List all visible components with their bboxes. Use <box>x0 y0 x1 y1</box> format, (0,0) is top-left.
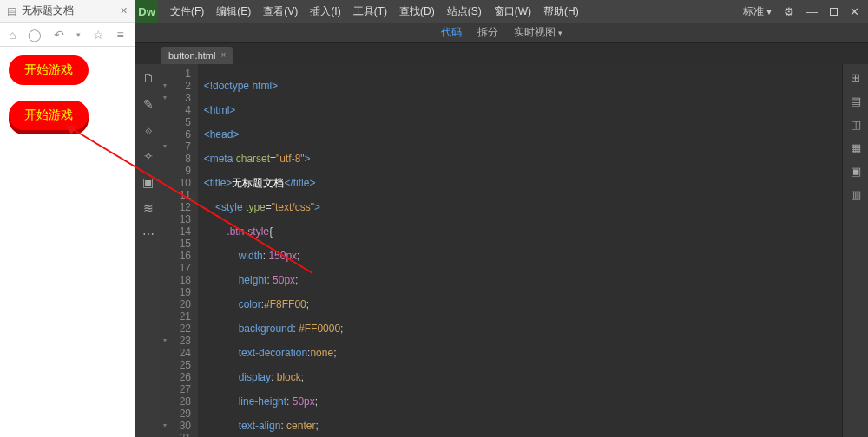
left-toolbar: 🗋 ✎ ⟐ ✧ ▣ ≋ ⋯ <box>135 64 161 437</box>
panel-icon[interactable]: ◫ <box>851 118 861 131</box>
workspace-switcher[interactable]: 标准 ▾ <box>743 4 772 19</box>
panel-icon[interactable]: ▣ <box>851 165 861 178</box>
title-bar-right: 标准 ▾ ⚙ — ✕ <box>743 4 868 19</box>
chevron-down-icon[interactable]: ▾ <box>76 30 81 39</box>
document-icon: ▤ <box>7 5 16 17</box>
code-editor[interactable]: 1234567891011121314151617181920212223242… <box>161 64 842 437</box>
menu-file[interactable]: 文件(F) <box>170 4 204 19</box>
layers-icon[interactable]: ≋ <box>143 201 154 215</box>
right-panel-icons: ⊞ ▤ ◫ ▦ ▣ ▥ <box>842 64 868 437</box>
menu-find[interactable]: 查找(D) <box>399 4 435 19</box>
css-icon[interactable]: ⟐ <box>145 123 152 137</box>
preview-viewport: 开始游戏 开始游戏 <box>0 47 135 154</box>
preview-button-2[interactable]: 开始游戏 <box>9 101 89 130</box>
browser-tab-title: 无标题文档 <box>22 3 74 18</box>
more-icon[interactable]: ⋯ <box>142 227 155 241</box>
menu-tools[interactable]: 工具(T) <box>353 4 387 19</box>
file-icon[interactable]: 🗋 <box>142 71 155 85</box>
code-lines[interactable]: <!doctype html> <html> <head> <meta char… <box>198 64 842 437</box>
file-tab-label: button.html <box>168 50 215 61</box>
undo-icon[interactable]: ↶ <box>54 28 64 42</box>
menu-view[interactable]: 查看(V) <box>263 4 298 19</box>
file-tabs: button.html × <box>135 43 868 64</box>
view-code-tab[interactable]: 代码 <box>441 25 462 40</box>
app-logo: Dw <box>135 0 158 23</box>
panel-icon[interactable]: ▦ <box>851 141 861 154</box>
close-icon[interactable]: × <box>220 50 226 61</box>
preview-button-1[interactable]: 开始游戏 <box>9 55 89 85</box>
menu-edit[interactable]: 编辑(E) <box>216 4 251 19</box>
ide-window: Dw 文件(F) 编辑(E) 查看(V) 插入(I) 工具(T) 查找(D) 站… <box>135 0 868 437</box>
menu-insert[interactable]: 插入(I) <box>310 4 340 19</box>
options-icon[interactable]: ≡ <box>116 28 123 42</box>
maximize-icon[interactable] <box>830 5 838 18</box>
panel-icon[interactable]: ⊞ <box>851 71 860 84</box>
minimize-icon[interactable]: — <box>806 5 818 18</box>
refresh-icon[interactable]: ◯ <box>28 28 42 42</box>
close-icon[interactable]: ✕ <box>850 5 859 18</box>
brush-icon[interactable]: ✎ <box>143 97 154 111</box>
view-switch-bar: 代码 拆分 实时视图 <box>135 23 868 43</box>
home-icon[interactable]: ⌂ <box>9 28 16 42</box>
view-split-tab[interactable]: 拆分 <box>477 25 498 40</box>
browser-preview-pane: ▤ 无标题文档 ✕ ⌂ ◯ ↶ ▾ ☆ ≡ 开始游戏 开始游戏 <box>0 0 135 437</box>
view-live-tab[interactable]: 实时视图 <box>514 25 562 40</box>
browser-tab[interactable]: ▤ 无标题文档 ✕ <box>0 0 135 23</box>
menu-window[interactable]: 窗口(W) <box>494 4 531 19</box>
editor-row: 🗋 ✎ ⟐ ✧ ▣ ≋ ⋯ 12345678910111213141516171… <box>135 64 868 437</box>
line-gutter: 1234567891011121314151617181920212223242… <box>161 64 198 437</box>
menu-help[interactable]: 帮助(H) <box>543 4 579 19</box>
chat-icon[interactable]: ▣ <box>142 175 154 189</box>
wand-icon[interactable]: ✧ <box>143 149 154 163</box>
panel-icon[interactable]: ▤ <box>851 95 861 108</box>
star-icon[interactable]: ☆ <box>93 28 104 42</box>
close-icon[interactable]: ✕ <box>120 5 128 16</box>
menu-bar: 文件(F) 编辑(E) 查看(V) 插入(I) 工具(T) 查找(D) 站点(S… <box>167 4 579 19</box>
file-tab-active[interactable]: button.html × <box>161 47 233 64</box>
browser-toolbar: ⌂ ◯ ↶ ▾ ☆ ≡ <box>0 23 135 47</box>
title-bar: Dw 文件(F) 编辑(E) 查看(V) 插入(I) 工具(T) 查找(D) 站… <box>135 0 868 23</box>
menu-site[interactable]: 站点(S) <box>447 4 482 19</box>
gear-icon[interactable]: ⚙ <box>784 5 794 18</box>
panel-icon[interactable]: ▥ <box>851 188 861 201</box>
